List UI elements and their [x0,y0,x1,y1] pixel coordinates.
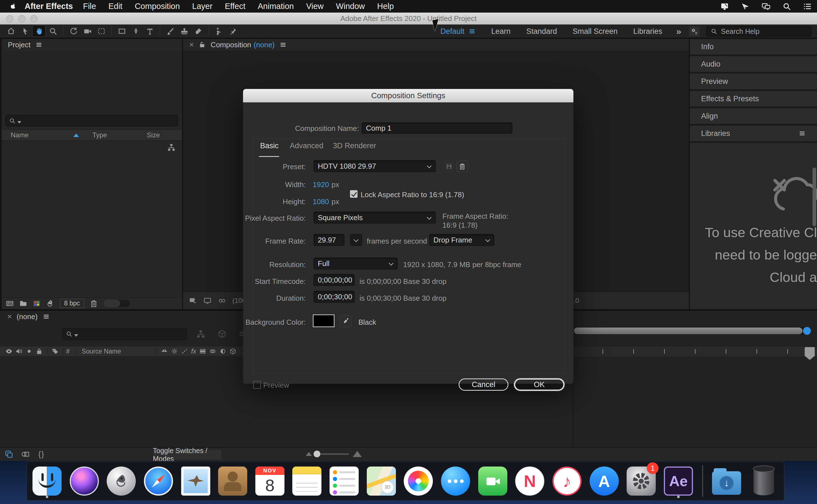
motion-blur-icon[interactable] [209,348,217,355]
column-type[interactable]: Type [92,131,107,139]
eye-icon[interactable] [5,348,13,355]
dock-news[interactable]: N [514,465,545,498]
close-tab-icon[interactable]: × [7,312,12,321]
menu-composition[interactable]: Composition [128,2,186,11]
dock-calendar[interactable]: NOV8 [254,465,286,498]
in-out-panes-icon[interactable]: {} [37,450,46,459]
dock-facetime[interactable] [477,465,508,498]
lock-icon[interactable] [36,348,43,355]
tab-3d-renderer[interactable]: 3D Renderer [333,142,376,150]
close-window-button[interactable] [6,15,13,22]
width-value[interactable]: 1920 [313,180,329,189]
project-panel-tab[interactable]: Project [2,39,182,51]
preset-dropdown[interactable]: HDTV 1080 29.97 [314,160,436,172]
time-navigator-end-handle[interactable] [803,327,811,335]
workspace-overflow[interactable]: » [670,26,687,37]
workspace-learn[interactable]: Learn [483,27,518,36]
expand-layers-icon[interactable] [4,450,13,459]
sidebar-panel-audio[interactable]: Audio [690,56,817,72]
sidebar-panel-libraries[interactable]: Libraries [690,126,817,141]
view-options-icon[interactable] [218,296,226,305]
shy-icon[interactable] [161,348,168,355]
close-tab-icon[interactable]: × [189,40,194,49]
menu-effect[interactable]: Effect [219,2,252,11]
delete-icon[interactable] [90,299,98,308]
list-icon[interactable] [802,2,813,11]
composition-tab-value[interactable]: (none) [254,41,275,49]
workspace-standard[interactable]: Standard [518,27,565,36]
zoom-out-icon[interactable] [306,452,312,456]
draft-3d-icon[interactable] [217,329,227,339]
composition-color-icon[interactable] [32,299,41,308]
duration-input[interactable]: 0;00;30;00 [314,291,355,303]
frame-rate-dropdown-button[interactable] [350,234,362,246]
sidebar-panel-effects-presets[interactable]: Effects & Presets [690,91,817,107]
dock-siri[interactable] [69,465,100,498]
lock-aspect-label[interactable]: Lock Aspect Ratio to 16:9 (1.78) [361,190,464,199]
preview-checkbox[interactable] [253,381,261,389]
rectangle-tool-icon[interactable] [115,25,128,37]
column-size[interactable]: Size [147,131,160,139]
lock-open-icon[interactable] [198,41,206,48]
project-search-field[interactable] [5,115,178,126]
toggle-switches-modes-button[interactable]: Toggle Switches / Modes [152,449,222,460]
workspace-libraries[interactable]: Libraries [626,27,670,36]
region-tool-icon[interactable] [95,25,108,37]
quality-icon[interactable] [181,348,188,355]
menu-help[interactable]: Help [371,2,400,11]
composition-panel-tab[interactable]: × Composition (none) [183,39,689,51]
film-arrow-icon[interactable] [189,296,197,305]
dock-contacts[interactable] [217,465,248,498]
dock-downloads[interactable]: ↓ [711,465,742,498]
current-time-indicator[interactable] [805,347,815,360]
panel-menu-icon[interactable] [280,41,287,48]
sidebar-panel-info[interactable]: Info [690,39,817,55]
hand-tool-icon[interactable] [32,25,46,37]
scrollbar-thumb[interactable] [813,168,816,226]
preview-label[interactable]: Preview [263,381,289,390]
workspace-settings-icon[interactable] [689,26,700,36]
puppet-tool-icon[interactable] [226,25,240,37]
folder-icon[interactable] [19,299,27,308]
dock-notes[interactable] [291,465,323,498]
brush-tool-icon[interactable] [163,25,177,37]
dock-messages[interactable] [440,465,471,498]
eraser-tool-icon[interactable] [191,25,205,37]
dock-launchpad[interactable] [105,465,137,498]
collapse-icon[interactable] [171,348,178,355]
time-navigator-bar[interactable] [574,328,802,334]
zoom-window-button[interactable] [30,15,37,22]
bit-depth-button[interactable]: 8 bpc [60,299,84,308]
start-timecode-input[interactable]: 0;00;00;00 [314,274,355,286]
pixel-aspect-ratio-dropdown[interactable]: Square Pixels [314,212,436,223]
rotobrush-tool-icon[interactable] [212,25,226,37]
zoom-tool-icon[interactable] [46,25,60,37]
dual-display-icon[interactable] [761,2,771,11]
delete-preset-button[interactable] [456,161,468,172]
cube-3d-icon[interactable] [229,348,237,355]
sidebar-panel-align[interactable]: Align [690,108,817,124]
stamp-tool-icon[interactable] [177,25,191,37]
time-ruler[interactable] [573,346,817,357]
adjustment-icon[interactable] [219,348,227,355]
tab-basic[interactable]: Basic [260,142,279,150]
menu-edit[interactable]: Edit [102,2,128,11]
dock-maps[interactable]: 3D [366,465,397,498]
search-scope-caret[interactable] [17,121,21,124]
render-icon[interactable] [46,299,54,308]
menu-file[interactable]: File [77,2,102,11]
column-source-name[interactable]: Source Name [82,348,121,355]
composition-name-input[interactable]: Comp 1 [362,123,512,134]
dialog-title[interactable]: Composition Settings [243,89,573,103]
minimize-window-button[interactable] [18,15,25,22]
camera-tool-icon[interactable] [81,25,94,37]
search-icon[interactable] [782,2,792,11]
label-color-icon[interactable] [51,348,59,355]
workspace-menu-icon[interactable] [468,28,476,35]
panel-menu-icon[interactable] [799,130,806,137]
dock-photos[interactable] [403,465,434,498]
search-scope-caret[interactable] [74,334,78,337]
column-index[interactable]: # [66,348,70,355]
dock-finder[interactable] [31,465,63,498]
resolution-dropdown[interactable]: Full [314,258,398,269]
